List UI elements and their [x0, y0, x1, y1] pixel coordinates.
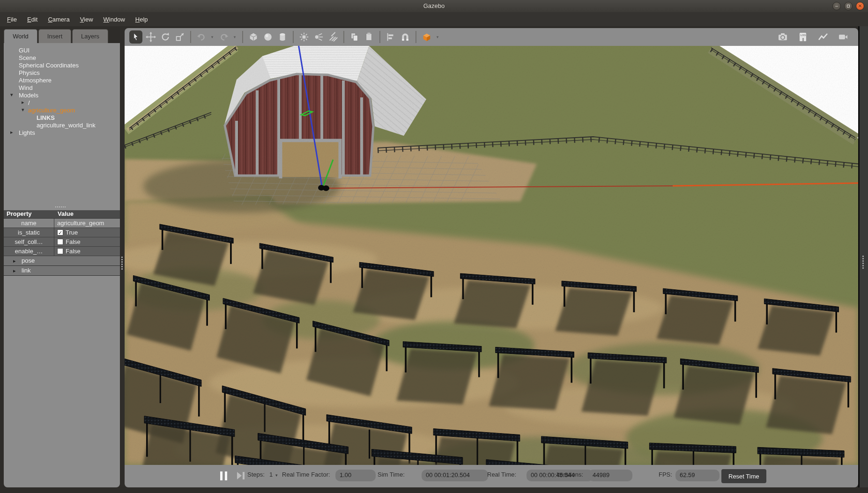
splitter-dots	[121, 257, 123, 270]
tree-item-lights[interactable]: ▸Lights	[4, 129, 120, 137]
texture-overlay	[125, 46, 858, 465]
sim-time-field[interactable]: 00 00:01:20.504	[422, 470, 488, 481]
viewport-toolbar: ▾▾▾LOG	[125, 28, 858, 46]
steps-value[interactable]: 1	[269, 471, 273, 478]
expand-arrow-icon[interactable]: ▸	[13, 266, 16, 275]
cylinder-icon[interactable]	[276, 31, 289, 43]
menu-window[interactable]: Window	[98, 14, 130, 25]
tree-item-label: Wind	[19, 84, 33, 91]
step-icon-bar	[243, 472, 245, 479]
checkbox-unchecked[interactable]	[57, 248, 63, 254]
tree-item-agriculture-world-link[interactable]: agriculture_world_link	[4, 122, 120, 129]
reset-time-button[interactable]: Reset Time	[721, 469, 766, 483]
property-group-link[interactable]: ▸link	[4, 266, 120, 276]
tree-item-label: agriculture_world_link	[37, 122, 96, 129]
property-row-is-static[interactable]: is_static✓True	[4, 228, 120, 237]
view-angle-icon[interactable]	[421, 31, 433, 43]
menu-edit[interactable]: Edit	[22, 14, 43, 25]
translate-icon[interactable]	[145, 31, 157, 43]
checkbox-checked[interactable]: ✓	[57, 229, 63, 235]
checkbox-unchecked[interactable]	[57, 239, 63, 245]
step-button[interactable]	[237, 472, 245, 479]
pause-button[interactable]	[220, 471, 230, 480]
tree-item-wind[interactable]: Wind	[4, 84, 120, 92]
right-panel-splitter[interactable]	[858, 26, 868, 487]
fps-field[interactable]: 62.59	[675, 470, 720, 481]
redo-menu-icon[interactable]: ▾	[232, 31, 237, 43]
expand-arrow-icon[interactable]: ▸	[10, 129, 13, 135]
maximize-button[interactable]	[844, 2, 853, 10]
close-button[interactable]: ✕	[856, 2, 864, 10]
collapse-arrow-icon[interactable]: ▾	[22, 107, 24, 113]
tree-item-spherical-coordinates[interactable]: Spherical Coordinates	[4, 62, 120, 69]
tree-item-label: agriculture_geom	[28, 107, 75, 114]
snap-icon[interactable]	[399, 31, 411, 43]
undo-menu-icon[interactable]: ▾	[210, 31, 215, 43]
menu-help[interactable]: Help	[130, 14, 153, 25]
tab-layers[interactable]: Layers	[72, 29, 108, 43]
tree-item-agriculture-geom[interactable]: ▾agriculture_geom	[4, 107, 120, 114]
panel-viewport-splitter[interactable]	[120, 26, 125, 487]
group-label: pose	[22, 257, 35, 264]
expand-arrow-icon[interactable]: ▸	[22, 99, 24, 105]
property-row-enable-[interactable]: enable_…False	[4, 247, 120, 256]
toolbar-separator	[343, 31, 344, 43]
tree-item-gui[interactable]: GUI	[4, 47, 120, 54]
checkbox-label: False	[66, 237, 81, 246]
tree-item-scene[interactable]: Scene	[4, 54, 120, 62]
tree-item-physics[interactable]: Physics	[4, 69, 120, 77]
tree-item-models[interactable]: ▾Models	[4, 92, 120, 99]
directional-light-icon[interactable]	[327, 31, 339, 43]
rtf-label: Real Time Factor:	[282, 471, 330, 478]
align-icon[interactable]	[385, 31, 397, 43]
select-icon[interactable]	[129, 30, 142, 44]
tree-item-label: GUI	[19, 47, 30, 54]
spot-light-icon[interactable]	[312, 31, 325, 43]
property-value: agriculture_geom	[54, 219, 120, 228]
scale-icon[interactable]	[174, 31, 186, 43]
sphere-icon[interactable]	[262, 31, 274, 43]
menu-file[interactable]: File	[2, 14, 22, 25]
group-label: link	[22, 267, 31, 274]
plot-icon[interactable]	[817, 31, 829, 43]
tree-item-links[interactable]: LINKS	[4, 114, 120, 122]
box-icon[interactable]	[247, 31, 260, 43]
left-panel: WorldInsertLayers GUISceneSpherical Coor…	[4, 26, 120, 487]
property-value: False	[54, 237, 120, 246]
property-row-name[interactable]: nameagriculture_geom	[4, 219, 120, 228]
iterations-field[interactable]: 44989	[588, 470, 632, 481]
collapse-arrow-icon[interactable]: ▾	[10, 92, 13, 98]
splitter-dots	[862, 256, 864, 269]
expand-arrow-icon[interactable]: ▸	[13, 256, 16, 265]
rotate-icon[interactable]	[159, 31, 171, 43]
3d-viewport[interactable]	[125, 46, 858, 465]
property-value: False	[54, 247, 120, 256]
paste-icon[interactable]	[363, 31, 375, 43]
window-title: Gazebo	[0, 0, 868, 12]
copy-icon[interactable]	[349, 31, 361, 43]
window-controls: – ✕	[832, 2, 864, 10]
tab-insert[interactable]: Insert	[38, 29, 71, 43]
minimize-button[interactable]: –	[832, 2, 841, 10]
point-light-icon[interactable]	[298, 31, 310, 43]
screenshot-icon[interactable]	[777, 31, 789, 43]
menu-view[interactable]: View	[75, 14, 98, 25]
steps-caret-icon[interactable]: ▾	[275, 473, 278, 478]
property-group-pose[interactable]: ▸pose	[4, 256, 120, 266]
panel-splitter-handle[interactable]	[55, 206, 66, 207]
world-tree: GUISceneSpherical CoordinatesPhysicsAtmo…	[4, 47, 120, 137]
log-icon[interactable]: LOG	[797, 31, 809, 43]
record-icon[interactable]	[837, 31, 849, 43]
tree-item-atmosphere[interactable]: Atmosphere	[4, 77, 120, 84]
undo-icon[interactable]	[195, 31, 208, 43]
redo-icon[interactable]	[218, 31, 230, 43]
property-row-self-coll-[interactable]: self_coll…False	[4, 237, 120, 247]
tree-item-label: Models	[19, 92, 38, 99]
tab-world[interactable]: World	[4, 29, 37, 43]
world-panel: GUISceneSpherical CoordinatesPhysicsAtmo…	[4, 43, 120, 487]
rtf-field[interactable]: 1.00	[335, 470, 376, 481]
menu-camera[interactable]: Camera	[43, 14, 74, 25]
view-angle-menu-icon[interactable]: ▾	[435, 31, 440, 43]
tree-item-label: /	[28, 99, 30, 106]
tree-item--[interactable]: ▸/	[4, 99, 120, 107]
